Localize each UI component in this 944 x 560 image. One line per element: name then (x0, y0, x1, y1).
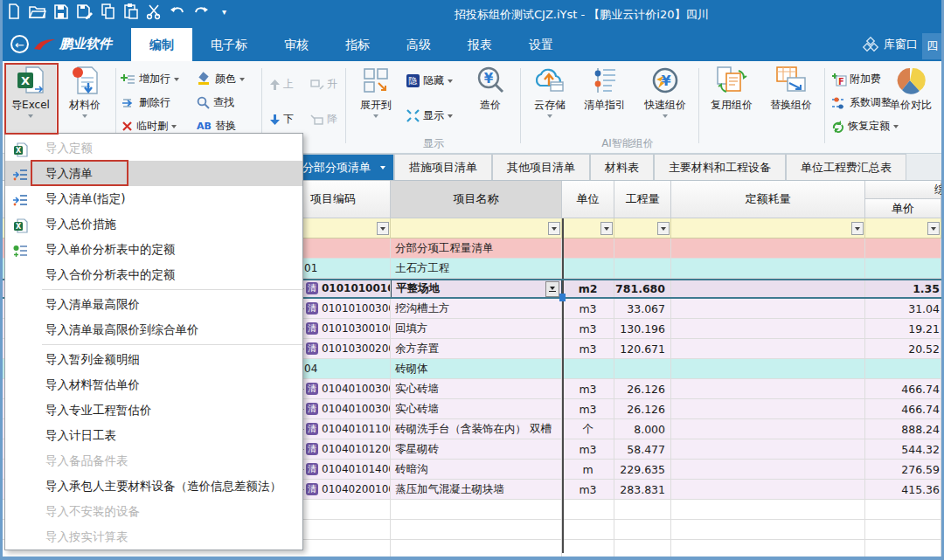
price-cell[interactable]: 466.74 (865, 399, 941, 419)
grid-cell[interactable]: 土石方工程 (391, 259, 562, 279)
open-file-icon[interactable] (29, 3, 45, 19)
unit-cell[interactable]: m (562, 460, 614, 480)
grid-cell[interactable] (562, 359, 614, 379)
grid-cell[interactable] (671, 239, 865, 259)
grid-cell[interactable] (391, 520, 562, 540)
filter-cell-quota[interactable] (671, 218, 865, 239)
menu-item-导入计日工表[interactable]: 导入计日工表 (5, 423, 302, 448)
grid-cell[interactable]: 砖暗沟 (391, 460, 562, 480)
grid-cell[interactable] (671, 439, 865, 460)
doc-tab-单位工程费汇总表[interactable]: 单位工程费汇总表 (786, 154, 906, 180)
nav-tab-电子标[interactable]: 电子标 (192, 28, 266, 61)
copy-icon[interactable] (101, 3, 115, 19)
menu-item-导入材料暂估单价[interactable]: 导入材料暂估单价 (5, 372, 302, 398)
grid-cell[interactable]: 零星砌砖 (391, 439, 562, 460)
qty-cell[interactable]: 130.196 (614, 319, 671, 339)
grid-cell[interactable] (671, 399, 865, 419)
cost-button[interactable]: ¥ 造价 (468, 65, 513, 113)
grid-cell[interactable] (614, 359, 671, 379)
grid-cell[interactable] (614, 540, 671, 560)
quick-price-button[interactable]: ¥ 快速组价 (637, 65, 693, 118)
frozen-pane-divider[interactable] (562, 218, 564, 553)
grid-cell[interactable]: 实心砖墙 (391, 399, 562, 419)
filter-dropdown-icon[interactable] (377, 222, 389, 235)
grid-cell[interactable] (865, 259, 941, 279)
unit-cell[interactable]: m3 (562, 299, 614, 319)
filter-dropdown-icon[interactable] (851, 222, 864, 235)
save-as-icon[interactable] (76, 3, 93, 19)
qty-cell[interactable]: 120.671 (614, 339, 671, 359)
qty-cell[interactable]: 8.000 (614, 419, 671, 439)
menu-item-导入清单最高限价[interactable]: 导入清单最高限价 (5, 292, 302, 317)
find-button[interactable]: 查找 (197, 95, 234, 110)
grid-cell[interactable] (671, 339, 865, 359)
nav-tab-指标[interactable]: 指标 (327, 28, 388, 61)
grid-cell[interactable] (671, 480, 865, 500)
unit-cell[interactable]: m3 (562, 339, 614, 359)
nav-tab-审核[interactable]: 审核 (266, 28, 327, 61)
filter-dropdown-icon[interactable] (600, 222, 613, 235)
doc-tab-主要材料和工程设备[interactable]: 主要材料和工程设备 (654, 154, 786, 180)
qty-cell[interactable]: 26.126 (614, 379, 671, 399)
grid-cell[interactable] (671, 299, 865, 319)
grid-cell[interactable]: 分部分项工程量清单 (391, 239, 562, 259)
grid-cell[interactable]: 挖沟槽土方 (391, 299, 562, 319)
doc-tab-材料表[interactable]: 材料表 (590, 154, 654, 180)
grid-cell[interactable]: 蒸压加气混凝土砌块墙 (391, 480, 562, 500)
reuse-price-button[interactable]: 复用组价 (704, 65, 760, 113)
grid-cell[interactable] (671, 319, 865, 339)
grid-cell[interactable] (614, 520, 671, 540)
move-down-button[interactable]: 下 (270, 112, 294, 127)
menu-item-导入单价分析表中的定额[interactable]: 导入单价分析表中的定额 (5, 237, 302, 262)
grid-cell[interactable] (865, 520, 941, 540)
temp-delete-button[interactable]: 临时删 (121, 119, 177, 134)
show-button[interactable]: 显示 (406, 108, 453, 123)
nav-tab-设置[interactable]: 设置 (510, 28, 572, 61)
grid-cell[interactable] (865, 359, 941, 379)
menu-item-导入暂列金额明细[interactable]: 导入暂列金额明细 (5, 347, 302, 372)
redo-icon[interactable] (193, 4, 209, 18)
qty-cell[interactable]: 33.067 (614, 299, 671, 319)
price-cell[interactable]: 19.21 (865, 319, 941, 339)
unit-cell[interactable]: m3 (562, 439, 614, 460)
paste-icon[interactable] (123, 3, 138, 19)
grid-cell[interactable]: 余方弃置 (391, 339, 562, 359)
menu-item-导入清单最高限价到综合单价[interactable]: 导入清单最高限价到综合单价 (5, 317, 302, 342)
expand-to-button[interactable]: 展开到 (351, 65, 401, 118)
nav-tab-编制[interactable]: 编制 (131, 28, 192, 61)
coefficient-button[interactable]: 系数调整 (831, 95, 892, 110)
qty-cell[interactable]: 229.635 (614, 460, 671, 480)
menu-item-导入总价措施[interactable]: X导入总价措施 (5, 211, 302, 237)
grid-cell[interactable]: 实心砖墙 (391, 379, 562, 399)
menu-item-导入清单[interactable]: 导入清单 (5, 161, 302, 186)
name-cell-dropdown-button[interactable] (545, 281, 559, 297)
doc-tab-措施项目清单[interactable]: 措施项目清单 (394, 154, 492, 180)
restore-quota-button[interactable]: 恢复定额 (831, 119, 899, 134)
back-button[interactable]: ← (10, 35, 29, 53)
qty-cell[interactable]: 58.477 (614, 439, 671, 460)
grid-cell[interactable] (614, 239, 671, 259)
new-file-icon[interactable] (7, 3, 21, 19)
doc-tab-其他项目清单[interactable]: 其他项目清单 (492, 154, 590, 180)
filter-cell-qty[interactable] (614, 218, 671, 239)
grid-cell[interactable] (391, 540, 562, 560)
price-cell[interactable]: 31.04 (865, 299, 941, 319)
list-guide-button[interactable]: 清单指引 (578, 65, 632, 113)
price-cell[interactable]: 466.74 (865, 379, 941, 399)
grid-cell[interactable]: 平整场地 (391, 279, 562, 299)
price-cell[interactable]: 544.32 (865, 439, 941, 460)
price-cell[interactable]: 20.52 (865, 339, 941, 359)
filter-cell-unit[interactable] (562, 218, 614, 239)
grid-cell[interactable] (671, 419, 865, 439)
replace-button[interactable]: AB 替换 (197, 119, 236, 134)
qty-cell[interactable]: 283.831 (614, 480, 671, 500)
grid-cell[interactable] (671, 279, 865, 299)
filter-cell-name[interactable] (391, 218, 562, 239)
hide-button[interactable]: 隐 隐藏 (406, 73, 453, 88)
save-icon[interactable] (53, 3, 68, 19)
menu-item-导入合价分析表中的定额[interactable]: 导入合价分析表中的定额 (5, 262, 302, 287)
cloud-storage-button[interactable]: 云存储 (525, 65, 574, 118)
unit-cell[interactable]: m3 (562, 399, 614, 419)
price-compare-button[interactable]: 单价对比 (884, 65, 938, 113)
grid-cell[interactable] (562, 520, 614, 540)
